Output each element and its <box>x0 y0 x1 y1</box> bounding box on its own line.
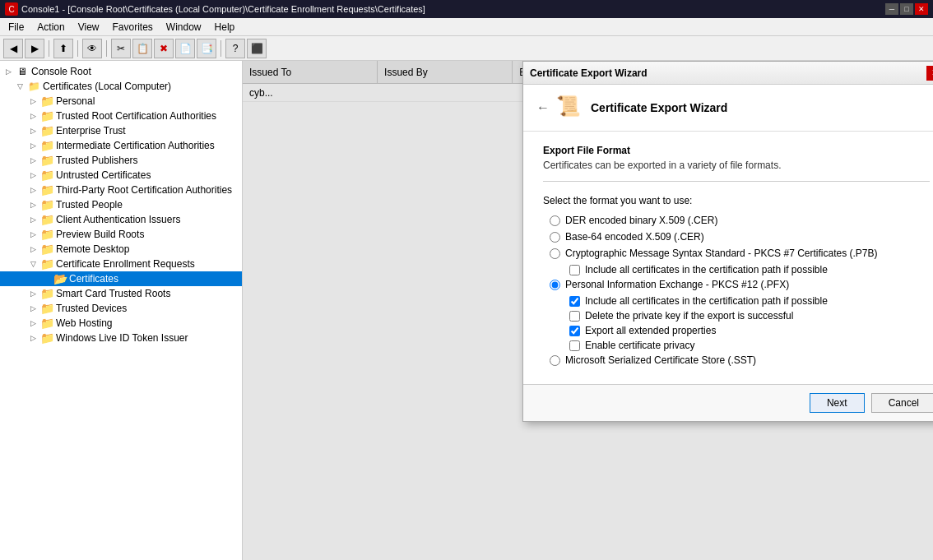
tree-label-trusted-pub: Trusted Publishers <box>56 155 138 166</box>
menu-help[interactable]: Help <box>208 20 242 35</box>
checkbox-pfx-export-input[interactable] <box>569 326 580 336</box>
wizard-footer: Next Cancel <box>523 384 933 421</box>
expand-icon-smart-card: ▷ <box>26 289 39 298</box>
tree-label-enterprise: Enterprise Trust <box>56 125 126 137</box>
tree-label-personal: Personal <box>56 95 95 107</box>
radio-der[interactable] <box>550 215 560 226</box>
title-bar-text: Console1 - [Console Root\Certificates (L… <box>21 4 885 14</box>
tree-label-intermediate: Intermediate Certification Authorities <box>56 140 215 151</box>
expand-icon-third-party: ▷ <box>26 186 39 194</box>
radio-option-sst[interactable]: Microsoft Serialized Certificate Store (… <box>543 354 930 366</box>
expand-icon-web-hosting: ▷ <box>26 319 39 327</box>
properties-btn[interactable]: 📄 <box>175 39 195 58</box>
dialog-close-btn[interactable]: ✕ <box>926 66 933 81</box>
tree-item-cert-enrollment[interactable]: ▽ 📁 Certificate Enrollment Requests <box>0 257 242 271</box>
tree-item-client-auth[interactable]: ▷ 📁 Client Authentication Issuers <box>0 212 242 227</box>
extra-btn[interactable]: ⬛ <box>247 39 267 58</box>
tree-label-enrollment: Certificate Enrollment Requests <box>56 258 195 270</box>
label-sst: Microsoft Serialized Certificate Store (… <box>565 354 756 366</box>
next-button[interactable]: Next <box>810 393 865 413</box>
tree-item-personal[interactable]: ▷ 📁 Personal <box>0 94 242 109</box>
back-btn[interactable]: ◀ <box>3 39 23 58</box>
tree-item-untrusted[interactable]: ▷ 📁 Untrusted Certificates <box>0 168 242 183</box>
label-pfx-include: Include all certificates in the certific… <box>585 295 828 307</box>
delete-btn[interactable]: ✖ <box>154 39 174 58</box>
tree-item-preview[interactable]: ▷ 📁 Preview Build Roots <box>0 227 242 242</box>
menu-window[interactable]: Window <box>160 20 208 35</box>
maximize-btn[interactable]: □ <box>900 3 913 15</box>
minimize-btn[interactable]: ─ <box>885 3 898 15</box>
copy-btn[interactable]: 📋 <box>132 39 152 58</box>
cancel-button[interactable]: Cancel <box>871 393 933 413</box>
expand-icon-untrusted: ▷ <box>26 171 39 179</box>
up-btn[interactable]: ⬆ <box>53 39 73 58</box>
checkbox-pfx-delete[interactable]: Delete the private key if the export is … <box>543 310 930 322</box>
radio-base64[interactable] <box>550 232 560 243</box>
tree-item-certificates-local[interactable]: ▽ 📁 Certificates (Local Computer) <box>0 79 242 94</box>
checkbox-pkcs7-include-input[interactable] <box>569 265 580 275</box>
label-pkcs7: Cryptographic Message Syntax Standard - … <box>565 248 878 259</box>
tree-item-trusted-pub[interactable]: ▷ 📁 Trusted Publishers <box>0 153 242 168</box>
folder-icon-trusted-people: 📁 <box>39 198 54 211</box>
tree-item-remote-desktop[interactable]: ▷ 📁 Remote Desktop <box>0 242 242 257</box>
toolbar: ◀ ▶ ⬆ 👁 ✂ 📋 ✖ 📄 📑 ? ⬛ <box>0 36 933 61</box>
checkbox-pfx-privacy-input[interactable] <box>569 340 580 351</box>
wizard-back-btn[interactable]: ← <box>536 100 550 115</box>
computer-icon: 🖥 <box>15 65 30 78</box>
radio-option-pkcs7[interactable]: Cryptographic Message Syntax Standard - … <box>543 248 930 259</box>
expand-icon-trusted-root: ▷ <box>26 112 39 120</box>
tree-label-windows-live: Windows Live ID Token Issuer <box>56 332 188 344</box>
expand-icon-client-auth: ▷ <box>26 215 39 224</box>
label-pfx-delete: Delete the private key if the export is … <box>585 310 793 322</box>
tree-item-windows-live[interactable]: ▷ 📁 Windows Live ID Token Issuer <box>0 331 242 345</box>
tree-item-trusted-root[interactable]: ▷ 📁 Trusted Root Certification Authoriti… <box>0 109 242 123</box>
toolbar-sep-1 <box>49 40 49 57</box>
menu-file[interactable]: File <box>2 20 30 35</box>
tree-item-console-root[interactable]: ▷ 🖥 Console Root <box>0 64 242 79</box>
checkbox-pfx-delete-input[interactable] <box>569 311 580 322</box>
tree-item-smart-card[interactable]: ▷ 📁 Smart Card Trusted Roots <box>0 286 242 301</box>
tree-item-intermediate[interactable]: ▷ 📁 Intermediate Certification Authoriti… <box>0 138 242 153</box>
radio-option-base64[interactable]: Base-64 encoded X.509 (.CER) <box>543 231 930 243</box>
forward-btn[interactable]: ▶ <box>25 39 44 58</box>
folder-icon-preview: 📁 <box>39 228 54 241</box>
help-btn[interactable]: ? <box>225 39 245 58</box>
radio-option-der[interactable]: DER encoded binary X.509 (.CER) <box>543 215 930 226</box>
menu-favorites[interactable]: Favorites <box>106 20 160 35</box>
tree-item-trusted-people[interactable]: ▷ 📁 Trusted People <box>0 197 242 212</box>
radio-pfx[interactable] <box>550 280 560 290</box>
label-pfx-export: Export all extended properties <box>585 325 716 336</box>
radio-pkcs7[interactable] <box>550 248 560 259</box>
expand-icon: ▷ <box>2 67 15 76</box>
tree-item-web-hosting[interactable]: ▷ 📁 Web Hosting <box>0 316 242 331</box>
tree-item-third-party[interactable]: ▷ 📁 Third-Party Root Certification Autho… <box>0 183 242 197</box>
tree-label-console-root: Console Root <box>31 66 91 77</box>
tree-item-certificates-child[interactable]: 📂 Certificates <box>0 271 242 286</box>
menu-action[interactable]: Action <box>30 20 71 35</box>
close-btn[interactable]: ✕ <box>915 3 928 15</box>
new-btn[interactable]: 📑 <box>197 39 216 58</box>
checkbox-pkcs7-include[interactable]: Include all certificates in the certific… <box>543 264 930 275</box>
tree-label-certs-child: Certificates <box>69 273 118 285</box>
cut-btn[interactable]: ✂ <box>111 39 131 58</box>
expand-icon-2: ▽ <box>13 82 26 90</box>
tree-label-trusted-people: Trusted People <box>56 199 123 211</box>
folder-icon-windows-live: 📁 <box>39 331 54 345</box>
checkbox-pfx-privacy[interactable]: Enable certificate privacy <box>543 340 930 351</box>
wizard-divider <box>543 181 930 182</box>
tree-item-enterprise-trust[interactable]: ▷ 📁 Enterprise Trust <box>0 123 242 138</box>
wizard-title: Certificate Export Wizard <box>591 101 727 114</box>
radio-option-pfx[interactable]: Personal Information Exchange - PKCS #12… <box>543 279 930 290</box>
format-label: Select the format you want to use: <box>543 195 930 206</box>
folder-icon-client-auth: 📁 <box>39 213 54 226</box>
show-hide-btn[interactable]: 👁 <box>82 39 102 58</box>
content-area: Issued To Issued By Expiration Date Inte… <box>243 61 933 560</box>
tree-item-trusted-devices[interactable]: ▷ 📁 Trusted Devices <box>0 301 242 316</box>
wizard-header: ← 📜 Certificate Export Wizard <box>523 85 933 132</box>
checkbox-pfx-include[interactable]: Include all certificates in the certific… <box>543 295 930 307</box>
radio-sst[interactable] <box>550 355 560 366</box>
checkbox-pfx-export[interactable]: Export all extended properties <box>543 325 930 336</box>
menu-bar: File Action View Favorites Window Help <box>0 18 933 36</box>
menu-view[interactable]: View <box>72 20 106 35</box>
checkbox-pfx-include-input[interactable] <box>569 296 580 307</box>
